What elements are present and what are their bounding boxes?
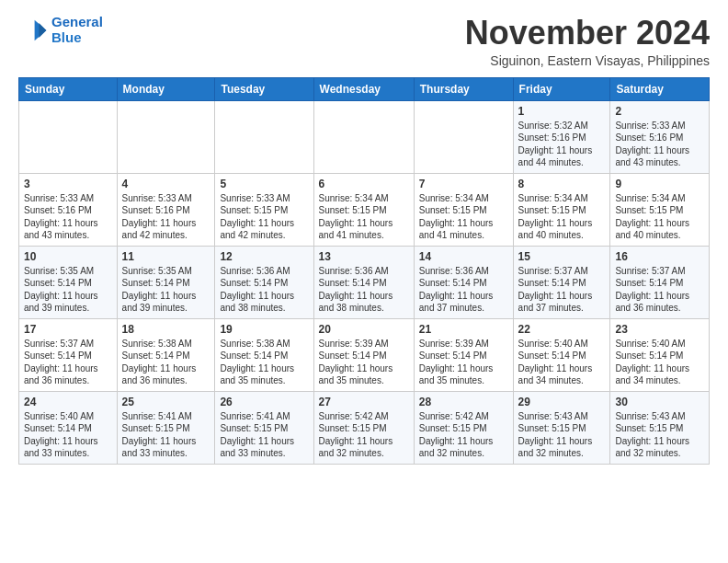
week-row-2: 10Sunrise: 5:35 AMSunset: 5:14 PMDayligh… bbox=[19, 246, 710, 318]
calendar-cell: 9Sunrise: 5:34 AMSunset: 5:15 PMDaylight… bbox=[610, 173, 710, 246]
weekday-header-friday: Friday bbox=[513, 77, 610, 100]
day-number: 1 bbox=[518, 105, 606, 118]
calendar-cell bbox=[117, 100, 215, 173]
day-number: 18 bbox=[122, 323, 210, 336]
day-info: Sunrise: 5:37 AMSunset: 5:14 PMDaylight:… bbox=[615, 265, 704, 315]
day-info: Sunrise: 5:35 AMSunset: 5:14 PMDaylight:… bbox=[122, 265, 210, 315]
day-info: Sunrise: 5:41 AMSunset: 5:15 PMDaylight:… bbox=[122, 410, 210, 460]
day-number: 4 bbox=[122, 178, 210, 190]
day-info: Sunrise: 5:34 AMSunset: 5:15 PMDaylight:… bbox=[319, 192, 409, 242]
day-info: Sunrise: 5:43 AMSunset: 5:15 PMDaylight:… bbox=[615, 410, 704, 460]
calendar-cell: 21Sunrise: 5:39 AMSunset: 5:14 PMDayligh… bbox=[414, 318, 513, 391]
day-number: 24 bbox=[24, 396, 112, 408]
calendar-cell: 29Sunrise: 5:43 AMSunset: 5:15 PMDayligh… bbox=[513, 391, 610, 464]
day-number: 9 bbox=[615, 178, 704, 190]
day-number: 6 bbox=[319, 178, 409, 190]
logo-line1: General bbox=[51, 14, 103, 29]
header: General Blue November 2024 Siguinon, Eas… bbox=[18, 15, 710, 68]
day-number: 7 bbox=[419, 178, 508, 190]
day-info: Sunrise: 5:33 AMSunset: 5:16 PMDaylight:… bbox=[615, 120, 704, 169]
day-info: Sunrise: 5:34 AMSunset: 5:15 PMDaylight:… bbox=[419, 192, 508, 242]
calendar-cell: 23Sunrise: 5:40 AMSunset: 5:14 PMDayligh… bbox=[610, 318, 710, 391]
day-info: Sunrise: 5:33 AMSunset: 5:16 PMDaylight:… bbox=[24, 192, 112, 242]
day-info: Sunrise: 5:34 AMSunset: 5:15 PMDaylight:… bbox=[518, 192, 606, 242]
day-info: Sunrise: 5:36 AMSunset: 5:14 PMDaylight:… bbox=[220, 265, 308, 315]
day-number: 5 bbox=[220, 178, 308, 190]
day-number: 19 bbox=[220, 323, 308, 336]
day-info: Sunrise: 5:40 AMSunset: 5:14 PMDaylight:… bbox=[518, 338, 606, 387]
day-info: Sunrise: 5:38 AMSunset: 5:14 PMDaylight:… bbox=[220, 338, 308, 387]
day-info: Sunrise: 5:37 AMSunset: 5:14 PMDaylight:… bbox=[518, 265, 606, 315]
calendar-cell bbox=[19, 100, 118, 173]
day-number: 17 bbox=[24, 323, 112, 336]
day-number: 3 bbox=[24, 178, 112, 190]
page: General Blue November 2024 Siguinon, Eas… bbox=[0, 0, 728, 479]
day-number: 27 bbox=[319, 396, 409, 408]
day-number: 16 bbox=[615, 250, 704, 263]
calendar-cell: 7Sunrise: 5:34 AMSunset: 5:15 PMDaylight… bbox=[414, 173, 513, 246]
month-title: November 2024 bbox=[465, 15, 710, 52]
title-block: November 2024 Siguinon, Eastern Visayas,… bbox=[465, 15, 710, 68]
calendar-cell: 8Sunrise: 5:34 AMSunset: 5:15 PMDaylight… bbox=[513, 173, 610, 246]
calendar-cell: 22Sunrise: 5:40 AMSunset: 5:14 PMDayligh… bbox=[513, 318, 610, 391]
week-row-4: 24Sunrise: 5:40 AMSunset: 5:14 PMDayligh… bbox=[19, 391, 710, 464]
day-number: 12 bbox=[220, 250, 308, 263]
week-row-3: 17Sunrise: 5:37 AMSunset: 5:14 PMDayligh… bbox=[19, 318, 710, 391]
day-info: Sunrise: 5:42 AMSunset: 5:15 PMDaylight:… bbox=[419, 410, 508, 460]
weekday-header-thursday: Thursday bbox=[414, 77, 513, 100]
day-info: Sunrise: 5:35 AMSunset: 5:14 PMDaylight:… bbox=[24, 265, 112, 315]
calendar-cell: 11Sunrise: 5:35 AMSunset: 5:14 PMDayligh… bbox=[117, 246, 215, 318]
day-info: Sunrise: 5:34 AMSunset: 5:15 PMDaylight:… bbox=[615, 192, 704, 242]
calendar-cell: 27Sunrise: 5:42 AMSunset: 5:15 PMDayligh… bbox=[313, 391, 414, 464]
day-info: Sunrise: 5:40 AMSunset: 5:14 PMDaylight:… bbox=[24, 410, 112, 460]
day-number: 20 bbox=[319, 323, 409, 336]
calendar-cell: 25Sunrise: 5:41 AMSunset: 5:15 PMDayligh… bbox=[117, 391, 215, 464]
calendar-cell: 3Sunrise: 5:33 AMSunset: 5:16 PMDaylight… bbox=[19, 173, 118, 246]
weekday-header-saturday: Saturday bbox=[610, 77, 710, 100]
day-info: Sunrise: 5:43 AMSunset: 5:15 PMDaylight:… bbox=[518, 410, 606, 460]
calendar-cell: 28Sunrise: 5:42 AMSunset: 5:15 PMDayligh… bbox=[414, 391, 513, 464]
day-number: 28 bbox=[419, 396, 508, 408]
calendar-cell: 16Sunrise: 5:37 AMSunset: 5:14 PMDayligh… bbox=[610, 246, 710, 318]
week-row-0: 1Sunrise: 5:32 AMSunset: 5:16 PMDaylight… bbox=[19, 100, 710, 173]
day-info: Sunrise: 5:41 AMSunset: 5:15 PMDaylight:… bbox=[220, 410, 308, 460]
calendar: SundayMondayTuesdayWednesdayThursdayFrid… bbox=[18, 77, 710, 465]
day-info: Sunrise: 5:32 AMSunset: 5:16 PMDaylight:… bbox=[518, 120, 606, 169]
calendar-cell: 13Sunrise: 5:36 AMSunset: 5:14 PMDayligh… bbox=[313, 246, 414, 318]
day-number: 14 bbox=[419, 250, 508, 263]
day-info: Sunrise: 5:36 AMSunset: 5:14 PMDaylight:… bbox=[419, 265, 508, 315]
day-number: 26 bbox=[220, 396, 308, 408]
day-number: 23 bbox=[615, 323, 704, 336]
week-row-1: 3Sunrise: 5:33 AMSunset: 5:16 PMDaylight… bbox=[19, 173, 710, 246]
day-number: 30 bbox=[615, 396, 704, 408]
calendar-cell: 26Sunrise: 5:41 AMSunset: 5:15 PMDayligh… bbox=[215, 391, 313, 464]
day-number: 10 bbox=[24, 250, 112, 263]
logo-icon bbox=[18, 16, 48, 45]
day-info: Sunrise: 5:33 AMSunset: 5:16 PMDaylight:… bbox=[122, 192, 210, 242]
calendar-cell: 17Sunrise: 5:37 AMSunset: 5:14 PMDayligh… bbox=[19, 318, 118, 391]
calendar-cell: 4Sunrise: 5:33 AMSunset: 5:16 PMDaylight… bbox=[117, 173, 215, 246]
day-info: Sunrise: 5:39 AMSunset: 5:14 PMDaylight:… bbox=[419, 338, 508, 387]
calendar-cell: 19Sunrise: 5:38 AMSunset: 5:14 PMDayligh… bbox=[215, 318, 313, 391]
svg-marker-1 bbox=[39, 23, 46, 38]
weekday-header-monday: Monday bbox=[117, 77, 215, 100]
weekday-header-sunday: Sunday bbox=[19, 77, 118, 100]
day-number: 11 bbox=[122, 250, 210, 263]
weekday-header-tuesday: Tuesday bbox=[215, 77, 313, 100]
day-info: Sunrise: 5:38 AMSunset: 5:14 PMDaylight:… bbox=[122, 338, 210, 387]
day-info: Sunrise: 5:40 AMSunset: 5:14 PMDaylight:… bbox=[615, 338, 704, 387]
day-info: Sunrise: 5:39 AMSunset: 5:14 PMDaylight:… bbox=[319, 338, 409, 387]
calendar-cell: 15Sunrise: 5:37 AMSunset: 5:14 PMDayligh… bbox=[513, 246, 610, 318]
calendar-cell: 12Sunrise: 5:36 AMSunset: 5:14 PMDayligh… bbox=[215, 246, 313, 318]
calendar-cell: 14Sunrise: 5:36 AMSunset: 5:14 PMDayligh… bbox=[414, 246, 513, 318]
day-info: Sunrise: 5:36 AMSunset: 5:14 PMDaylight:… bbox=[319, 265, 409, 315]
logo-line2: Blue bbox=[51, 29, 82, 45]
day-number: 22 bbox=[518, 323, 606, 336]
day-number: 15 bbox=[518, 250, 606, 263]
day-number: 29 bbox=[518, 396, 606, 408]
location: Siguinon, Eastern Visayas, Philippines bbox=[465, 53, 710, 68]
calendar-cell bbox=[414, 100, 513, 173]
calendar-cell: 30Sunrise: 5:43 AMSunset: 5:15 PMDayligh… bbox=[610, 391, 710, 464]
day-info: Sunrise: 5:33 AMSunset: 5:15 PMDaylight:… bbox=[220, 192, 308, 242]
day-number: 8 bbox=[518, 178, 606, 190]
